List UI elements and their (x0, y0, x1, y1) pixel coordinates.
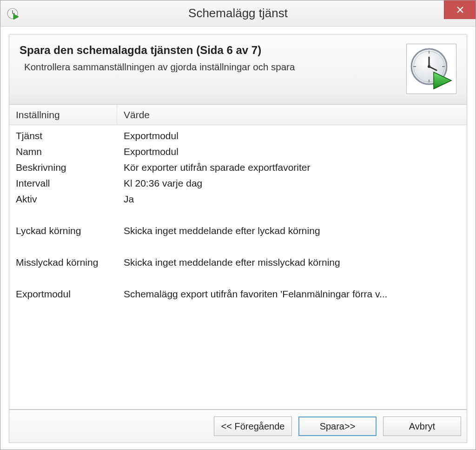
table-header: Inställning Värde (9, 105, 467, 125)
column-header-value[interactable]: Värde (117, 105, 467, 125)
table-row: IntervallKl 20:36 varje dag (9, 175, 467, 191)
cell-setting: Lyckad körning (9, 225, 117, 236)
table-row: NamnExportmodul (9, 144, 467, 160)
app-icon (6, 7, 19, 20)
cell-setting: Beskrivning (9, 162, 117, 173)
wizard-header-text: Spara den schemalagda tjänsten (Sida 6 a… (20, 44, 406, 73)
cell-setting: Intervall (9, 178, 117, 189)
save-button[interactable]: Spara>> (298, 416, 377, 436)
table-row: TjänstExportmodul (9, 128, 467, 144)
cell-value: Kl 20:36 varje dag (117, 178, 467, 189)
cell-value: Skicka inget meddelande efter misslyckad… (117, 257, 467, 268)
cell-setting: Aktiv (9, 194, 117, 205)
cell-value: Schemalägg export utifrån favoriten 'Fel… (117, 289, 467, 300)
page-subtitle: Kontrollera sammanställningen av gjorda … (24, 61, 406, 73)
table-body: TjänstExportmodulNamnExportmodulBeskrivn… (9, 125, 467, 409)
table-row (9, 239, 467, 255)
close-icon (456, 6, 464, 13)
wizard-icon-frame (406, 44, 456, 94)
previous-button[interactable]: << Föregående (214, 416, 292, 436)
cell-value: Kör exporter utifrån sparade exportfavor… (117, 162, 467, 173)
dialog-window: Schemalägg tjänst Spara den schemalagda … (0, 0, 476, 450)
cell-setting: Exportmodul (9, 289, 117, 300)
cell-value: Skicka inget meddelande efter lyckad kör… (117, 225, 467, 236)
cancel-button[interactable]: Avbryt (383, 416, 461, 436)
svg-point-14 (428, 65, 430, 68)
wizard-header: Spara den schemalagda tjänsten (Sida 6 a… (9, 34, 467, 105)
close-button[interactable] (444, 0, 476, 19)
titlebar: Schemalägg tjänst (0, 0, 476, 27)
cell-value: Ja (117, 194, 467, 205)
cell-value: Exportmodul (117, 130, 467, 141)
table-row (9, 207, 467, 223)
settings-table: Inställning Värde TjänstExportmodulNamnE… (9, 105, 467, 410)
clock-play-icon (410, 47, 453, 91)
table-row (9, 270, 467, 286)
cell-value: Exportmodul (117, 146, 467, 157)
table-row: BeskrivningKör exporter utifrån sparade … (9, 160, 467, 175)
table-row: Misslyckad körningSkicka inget meddeland… (9, 255, 467, 270)
content-area: Spara den schemalagda tjänsten (Sida 6 a… (0, 27, 476, 450)
cell-setting: Misslyckad körning (9, 257, 117, 268)
table-row: ExportmodulSchemalägg export utifrån fav… (9, 286, 467, 302)
column-header-setting[interactable]: Inställning (9, 105, 117, 125)
window-title: Schemalägg tjänst (0, 6, 476, 20)
cell-setting: Tjänst (9, 130, 117, 141)
button-bar: << Föregående Spara>> Avbryt (9, 410, 467, 443)
page-title: Spara den schemalagda tjänsten (Sida 6 a… (20, 44, 406, 57)
cell-setting: Namn (9, 146, 117, 157)
table-row: AktivJa (9, 191, 467, 207)
table-row: Lyckad körningSkicka inget meddelande ef… (9, 223, 467, 239)
